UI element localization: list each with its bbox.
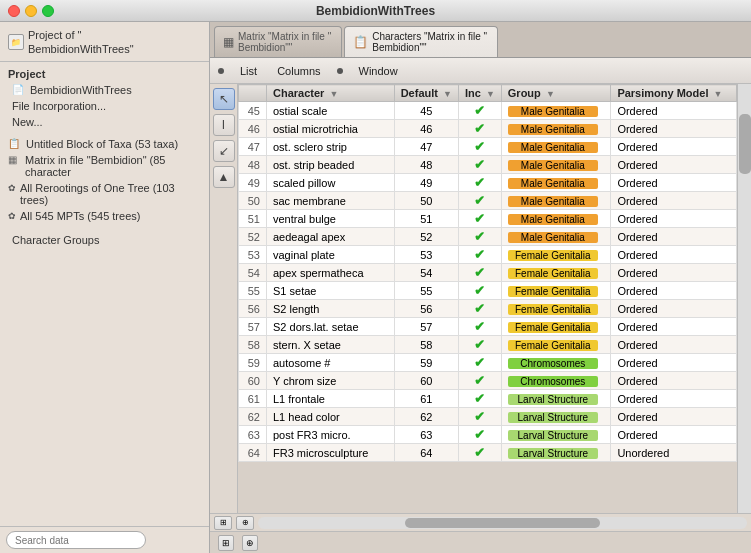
toolbar-list[interactable]: List xyxy=(236,63,261,79)
minimize-button[interactable] xyxy=(25,5,37,17)
project-header[interactable]: 📁 Project of " BembidionWithTrees" xyxy=(0,22,209,62)
toolbar-window[interactable]: Window xyxy=(355,63,402,79)
table-row[interactable]: 49 scaled pillow 49 ✔ Male Genitalia Ord… xyxy=(239,174,737,192)
maximize-button[interactable] xyxy=(42,5,54,17)
table-row[interactable]: 50 sac membrane 50 ✔ Male Genitalia Orde… xyxy=(239,192,737,210)
cell-default: 62 xyxy=(394,408,458,426)
toolbar-columns[interactable]: Columns xyxy=(273,63,324,79)
table-row[interactable]: 58 stern. X setae 58 ✔ Female Genitalia … xyxy=(239,336,737,354)
cell-num: 63 xyxy=(239,426,267,444)
arrow-tool[interactable]: ↙ xyxy=(213,140,235,162)
horizontal-scrollbar[interactable] xyxy=(258,517,747,529)
cell-default: 58 xyxy=(394,336,458,354)
search-input[interactable] xyxy=(6,531,146,549)
cell-inc: ✔ xyxy=(458,246,501,264)
table-row[interactable]: 47 ost. sclero strip 47 ✔ Male Genitalia… xyxy=(239,138,737,156)
cell-default: 63 xyxy=(394,426,458,444)
cell-default: 55 xyxy=(394,282,458,300)
cell-default: 57 xyxy=(394,318,458,336)
window-controls[interactable] xyxy=(8,5,54,17)
status-icon-2[interactable]: ⊕ xyxy=(242,535,258,551)
col-parsimony[interactable]: Parsimony Model ▼ xyxy=(611,85,737,102)
cell-num: 46 xyxy=(239,120,267,138)
table-row[interactable]: 48 ost. strip beaded 48 ✔ Male Genitalia… xyxy=(239,156,737,174)
cell-group: Male Genitalia xyxy=(501,192,611,210)
cell-inc: ✔ xyxy=(458,192,501,210)
cell-default: 49 xyxy=(394,174,458,192)
cell-inc: ✔ xyxy=(458,372,501,390)
cursor-tool[interactable]: ↖ xyxy=(213,88,235,110)
grid-button[interactable]: ⊞ xyxy=(214,516,232,530)
sidebar-item-new[interactable]: New... xyxy=(0,114,209,130)
cell-inc: ✔ xyxy=(458,444,501,462)
tab-characters[interactable]: 📋 Characters "Matrix in file " Bembidion… xyxy=(344,26,498,57)
cell-num: 55 xyxy=(239,282,267,300)
text-tool[interactable]: I xyxy=(213,114,235,136)
table-row[interactable]: 51 ventral bulge 51 ✔ Male Genitalia Ord… xyxy=(239,210,737,228)
sidebar-item-matrix[interactable]: ▦ Matrix in file "Bembidion" (85 charact… xyxy=(0,152,209,180)
project-section-label: Project xyxy=(0,62,209,82)
cell-char: ostial scale xyxy=(267,102,395,120)
sidebar-item-bembidion[interactable]: 📄 BembidionWithTrees xyxy=(0,82,209,98)
cell-inc: ✔ xyxy=(458,282,501,300)
table-row[interactable]: 60 Y chrom size 60 ✔ Chromosomes Ordered xyxy=(239,372,737,390)
close-button[interactable] xyxy=(8,5,20,17)
tab-matrix[interactable]: ▦ Matrix "Matrix in file " Bembidion"" xyxy=(214,26,342,57)
cell-inc: ✔ xyxy=(458,156,501,174)
sidebar-item-label: New... xyxy=(12,116,43,128)
table-row[interactable]: 64 FR3 microsculpture 64 ✔ Larval Struct… xyxy=(239,444,737,462)
table-row[interactable]: 46 ostial microtrichia 46 ✔ Male Genital… xyxy=(239,120,737,138)
cell-num: 52 xyxy=(239,228,267,246)
magnify-button[interactable]: ⊕ xyxy=(236,516,254,530)
sidebar: 📁 Project of " BembidionWithTrees" Proje… xyxy=(0,22,210,553)
col-inc[interactable]: Inc ▼ xyxy=(458,85,501,102)
table-row[interactable]: 62 L1 head color 62 ✔ Larval Structure O… xyxy=(239,408,737,426)
horizontal-scrollbar-thumb[interactable] xyxy=(405,518,601,528)
table-row[interactable]: 57 S2 dors.lat. setae 57 ✔ Female Genita… xyxy=(239,318,737,336)
sidebar-search-area[interactable] xyxy=(0,526,209,553)
cell-inc: ✔ xyxy=(458,102,501,120)
sidebar-item-rerootings[interactable]: ✿ All Rerootings of One Tree (103 trees) xyxy=(0,180,209,208)
scrollbar-thumb[interactable] xyxy=(739,114,751,174)
cell-num: 59 xyxy=(239,354,267,372)
cell-inc: ✔ xyxy=(458,228,501,246)
col-group[interactable]: Group ▼ xyxy=(501,85,611,102)
table-row[interactable]: 45 ostial scale 45 ✔ Male Genitalia Orde… xyxy=(239,102,737,120)
cell-group: Chromosomes xyxy=(501,372,611,390)
cell-parsimony: Ordered xyxy=(611,156,737,174)
toolbar: List Columns Window xyxy=(210,58,751,84)
col-default[interactable]: Default ▼ xyxy=(394,85,458,102)
sidebar-item-file-inc[interactable]: File Incorporation... xyxy=(0,98,209,114)
cell-inc: ✔ xyxy=(458,336,501,354)
table-row[interactable]: 52 aedeagal apex 52 ✔ Male Genitalia Ord… xyxy=(239,228,737,246)
table-row[interactable]: 61 L1 frontale 61 ✔ Larval Structure Ord… xyxy=(239,390,737,408)
table-row[interactable]: 63 post FR3 micro. 63 ✔ Larval Structure… xyxy=(239,426,737,444)
status-icon-1[interactable]: ⊞ xyxy=(218,535,234,551)
cell-default: 61 xyxy=(394,390,458,408)
triangle-tool[interactable]: ▲ xyxy=(213,166,235,188)
file-icon: 📄 xyxy=(12,84,26,95)
cell-char: autosome # xyxy=(267,354,395,372)
vertical-scrollbar[interactable] xyxy=(737,84,751,513)
cell-default: 52 xyxy=(394,228,458,246)
cell-group: Female Genitalia xyxy=(501,282,611,300)
cell-num: 45 xyxy=(239,102,267,120)
cell-parsimony: Ordered xyxy=(611,192,737,210)
sidebar-item-taxa[interactable]: 📋 Untitled Block of Taxa (53 taxa) xyxy=(0,136,209,152)
table-row[interactable]: 59 autosome # 59 ✔ Chromosomes Ordered xyxy=(239,354,737,372)
sidebar-item-char-groups[interactable]: Character Groups xyxy=(0,232,209,248)
cell-parsimony: Ordered xyxy=(611,246,737,264)
cell-group: Larval Structure xyxy=(501,408,611,426)
table-row[interactable]: 53 vaginal plate 53 ✔ Female Genitalia O… xyxy=(239,246,737,264)
cell-parsimony: Ordered xyxy=(611,210,737,228)
data-table-wrapper[interactable]: Character ▼ Default ▼ Inc ▼ xyxy=(238,84,737,513)
table-row[interactable]: 54 apex spermatheca 54 ✔ Female Genitali… xyxy=(239,264,737,282)
cell-parsimony: Ordered xyxy=(611,264,737,282)
sidebar-item-mpts[interactable]: ✿ All 545 MPTs (545 trees) xyxy=(0,208,209,224)
table-row[interactable]: 55 S1 setae 55 ✔ Female Genitalia Ordere… xyxy=(239,282,737,300)
table-row[interactable]: 56 S2 length 56 ✔ Female Genitalia Order… xyxy=(239,300,737,318)
cell-char: vaginal plate xyxy=(267,246,395,264)
cell-char: FR3 microsculpture xyxy=(267,444,395,462)
cell-group: Male Genitalia xyxy=(501,228,611,246)
col-character[interactable]: Character ▼ xyxy=(267,85,395,102)
